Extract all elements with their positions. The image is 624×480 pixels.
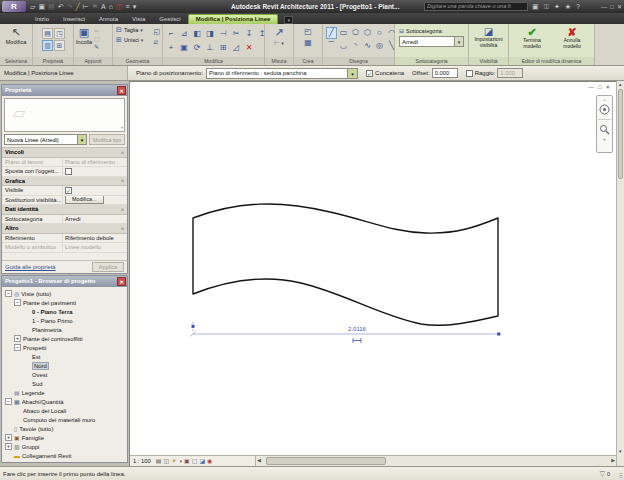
- panel-label-disegna[interactable]: Disegna: [323, 57, 394, 65]
- tab-inizio[interactable]: Inizio: [28, 15, 56, 24]
- default-3d-view-icon[interactable]: ⌂: [109, 0, 113, 13]
- property-value[interactable]: [62, 167, 127, 176]
- sketch-drawing[interactable]: 2.0116: [130, 82, 617, 456]
- tree-item[interactable]: −Piante dei pavimenti: [2, 298, 127, 307]
- panel-label-visibilita[interactable]: Visibilità: [469, 57, 508, 65]
- cancel-model-button[interactable]: ✘ Annullamodello: [553, 26, 591, 49]
- dimension-grip-right[interactable]: [497, 333, 500, 336]
- tree-item-label[interactable]: Piante dei controsoffitti: [23, 336, 83, 342]
- project-browser-titlebar[interactable]: Progetto1 - Browser di progetto ✕: [2, 276, 127, 287]
- tree-item[interactable]: −▦Abachi/Quantità: [2, 397, 127, 406]
- materials-icon[interactable]: ◳: [54, 28, 65, 39]
- property-value[interactable]: Riferimento debole: [62, 234, 127, 243]
- collapse-icon[interactable]: −: [14, 299, 21, 306]
- dimension-value[interactable]: 2.0116: [348, 326, 367, 332]
- arc-fillet-icon[interactable]: ◝: [350, 40, 361, 52]
- application-menu-button[interactable]: R: [2, 1, 26, 12]
- finish-model-button[interactable]: ✔ Terminamodello: [513, 26, 551, 49]
- edit-type-button[interactable]: Modifica tipo: [89, 134, 125, 145]
- minimize-button[interactable]: —: [601, 4, 607, 10]
- vertical-scroll-thumb[interactable]: [618, 89, 623, 179]
- edit-overrides-button[interactable]: Modifica...: [65, 196, 104, 205]
- property-value[interactable]: Linee modello: [62, 243, 127, 252]
- offset-input[interactable]: 0.000: [432, 68, 458, 78]
- tree-item[interactable]: Planimetria: [2, 325, 127, 334]
- shadows-icon[interactable]: ◑: [178, 456, 182, 466]
- copy-icon[interactable]: ▢: [94, 35, 100, 42]
- panel-label-sottocategoria[interactable]: Sottocategoria: [395, 57, 468, 65]
- zoom-tool-icon[interactable]: [599, 124, 610, 135]
- undo-icon[interactable]: ↶: [58, 0, 64, 13]
- collapse-icon[interactable]: −: [5, 398, 12, 405]
- expand-icon[interactable]: +: [14, 335, 21, 342]
- view-scale-button[interactable]: 1 : 100: [133, 458, 154, 464]
- visibility-settings-button[interactable]: ◪ Impostazionivisibilità: [469, 24, 508, 48]
- properties-palette-icon[interactable]: ▥: [42, 40, 53, 51]
- tree-item[interactable]: ▬Collegamenti Revit: [2, 451, 127, 460]
- tree-item[interactable]: +Piante dei controsoffitti: [2, 334, 127, 343]
- tree-item[interactable]: Abaco dei Locali: [2, 406, 127, 415]
- modify-button[interactable]: ↖ Modifica: [0, 24, 32, 45]
- close-icon[interactable]: ✕: [117, 277, 126, 286]
- scroll-left-icon[interactable]: ◀: [257, 457, 261, 463]
- panel-label-crea[interactable]: Crea: [294, 57, 322, 65]
- tree-item[interactable]: Computo dei materiali muro: [2, 415, 127, 424]
- tree-item[interactable]: 0 - Piano Terra: [2, 307, 127, 316]
- tree-item[interactable]: Sud: [2, 379, 127, 388]
- collapse-icon[interactable]: ∧: [121, 207, 124, 212]
- thin-lines-icon[interactable]: ≡: [126, 0, 130, 13]
- help-icon[interactable]: ?: [576, 3, 580, 10]
- subcategory-select[interactable]: Arredi ▾: [399, 36, 464, 47]
- chain-checkbox[interactable]: ✓: [366, 70, 373, 77]
- ellipse-tool-icon[interactable]: ◎: [374, 40, 385, 52]
- section-icon[interactable]: ◫: [116, 0, 123, 13]
- property-group-header[interactable]: Vincoli∧: [2, 148, 127, 158]
- tree-item[interactable]: ▤Legende: [2, 388, 127, 397]
- rotate-icon[interactable]: ⟳: [191, 41, 203, 54]
- chevron-down-icon[interactable]: ▾: [603, 137, 605, 142]
- tree-item[interactable]: 1 - Piano Primo: [2, 316, 127, 325]
- tree-item-label[interactable]: Piante dei pavimenti: [23, 300, 76, 306]
- tree-item[interactable]: Est: [2, 352, 127, 361]
- measure-icon[interactable]: ╱: [75, 0, 79, 13]
- tab-inserisci[interactable]: Inserisci: [56, 15, 92, 24]
- tree-item[interactable]: ▯Tavole (tutto): [2, 424, 127, 433]
- collapse-icon[interactable]: ∧: [121, 178, 124, 183]
- infocenter-search-input[interactable]: Digitare una parola chiave o una fr.: [424, 2, 528, 11]
- property-group-header[interactable]: Dati identità∧: [2, 205, 127, 215]
- collapse-icon[interactable]: −: [14, 344, 21, 351]
- extend-icon[interactable]: ⊣: [217, 27, 229, 40]
- filter-icon[interactable]: ▽: [600, 470, 605, 478]
- tree-item[interactable]: Nord: [2, 361, 127, 370]
- cut-geometry-button[interactable]: ⊟ Taglia ▾: [113, 24, 153, 34]
- panel-label-appunti[interactable]: Appunti: [74, 57, 112, 65]
- drawing-canvas[interactable]: —□✕ 2.0116 ⌂: [129, 81, 616, 466]
- rectangle-tool-icon[interactable]: ▭: [338, 27, 349, 39]
- wall-joins-icon[interactable]: ◱: [153, 28, 160, 36]
- properties-palette-titlebar[interactable]: Proprietà ✕: [2, 85, 127, 96]
- collapse-icon[interactable]: ∧: [121, 150, 124, 155]
- circle-tool-icon[interactable]: ○: [374, 27, 385, 39]
- match-type-icon[interactable]: ✎: [94, 43, 100, 50]
- panel-label-modifica[interactable]: Modifica: [163, 57, 264, 65]
- polygon-circumscribed-icon[interactable]: ⬡: [362, 27, 373, 39]
- radius-checkbox[interactable]: [466, 70, 473, 77]
- paste-button[interactable]: ▣ Incolla: [74, 24, 94, 50]
- mirror-draw-axis-icon[interactable]: ◨: [204, 27, 216, 40]
- expand-icon[interactable]: +: [5, 443, 12, 450]
- panel-label-editor[interactable]: Editor di modifica dinamica: [509, 57, 594, 65]
- tree-item[interactable]: −◎Viste (tutto): [2, 289, 127, 298]
- close-icon[interactable]: ✕: [117, 86, 126, 95]
- tree-item-label[interactable]: Computo dei materiali muro: [23, 417, 95, 423]
- property-value[interactable]: Piano di riferimento :: [62, 158, 127, 167]
- align-icon[interactable]: ⌐: [165, 27, 177, 40]
- tab-modifica-posiziona-linee[interactable]: Modifica | Posiziona Linee: [188, 14, 279, 24]
- vertical-scrollbar[interactable]: ▲ ▼: [616, 81, 624, 466]
- scroll-down-icon[interactable]: ▼: [618, 449, 622, 454]
- close-button[interactable]: ✕: [617, 3, 622, 10]
- array-icon[interactable]: ⊞: [217, 41, 229, 54]
- scroll-right-icon[interactable]: ▶: [611, 457, 615, 463]
- print-icon[interactable]: ▤: [48, 0, 55, 13]
- subscription-center-icon[interactable]: ⚿: [544, 3, 549, 11]
- pin-icon[interactable]: ↧: [243, 27, 255, 40]
